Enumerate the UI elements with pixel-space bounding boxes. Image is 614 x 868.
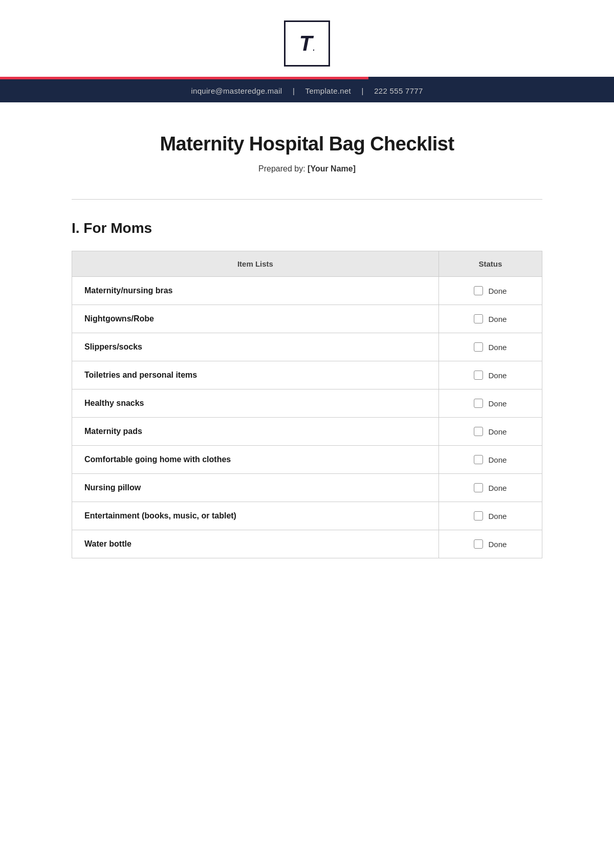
checkbox-icon[interactable] [474, 342, 483, 352]
item-cell: Comfortable going home with clothes [72, 446, 439, 474]
table-row: Nightgowns/RobeDone [72, 305, 542, 333]
checkbox-icon[interactable] [474, 427, 483, 436]
info-phone: 222 555 7777 [374, 86, 423, 95]
status-text: Done [488, 343, 507, 352]
info-bar: inquire@masteredge.mail | Template.net |… [0, 79, 614, 102]
logo-section: T. [0, 0, 614, 77]
info-separator-2: | [362, 86, 364, 95]
item-name: Water bottle [84, 539, 131, 548]
checklist-table: Item Lists Status Maternity/nursing bras… [72, 251, 542, 558]
item-name: Nightgowns/Robe [84, 314, 154, 323]
checkbox-icon[interactable] [474, 399, 483, 408]
section-divider [72, 199, 542, 200]
table-row: Nursing pillowDone [72, 474, 542, 502]
status-cell: Done [438, 361, 542, 389]
item-cell: Nursing pillow [72, 474, 439, 502]
main-content: Maternity Hospital Bag Checklist Prepare… [0, 102, 614, 868]
item-cell: Maternity pads [72, 418, 439, 446]
status-cell: Done [438, 277, 542, 305]
table-row: Maternity padsDone [72, 418, 542, 446]
col-header-status: Status [438, 251, 542, 277]
document-title: Maternity Hospital Bag Checklist [72, 133, 542, 155]
table-row: Water bottleDone [72, 530, 542, 558]
status-text: Done [488, 287, 507, 295]
status-text: Done [488, 399, 507, 408]
status-cell: Done [438, 446, 542, 474]
status-text: Done [488, 540, 507, 549]
table-body: Maternity/nursing brasDoneNightgowns/Rob… [72, 277, 542, 558]
logo-letter: T. [299, 33, 315, 54]
item-cell: Toiletries and personal items [72, 361, 439, 389]
status-text: Done [488, 371, 507, 380]
item-cell: Entertainment (books, music, or tablet) [72, 502, 439, 530]
status-cell: Done [438, 305, 542, 333]
item-cell: Nightgowns/Robe [72, 305, 439, 333]
checkbox-icon[interactable] [474, 314, 483, 323]
page: T. inquire@masteredge.mail | Template.ne… [0, 0, 614, 868]
info-brand: Template.net [305, 86, 351, 95]
status-cell: Done [438, 333, 542, 361]
table-row: Comfortable going home with clothesDone [72, 446, 542, 474]
section-title-for-moms: I. For Moms [72, 220, 542, 236]
item-name: Nursing pillow [84, 483, 141, 492]
table-row: Slippers/socksDone [72, 333, 542, 361]
info-email: inquire@masteredge.mail [191, 86, 282, 95]
status-cell: Done [438, 389, 542, 418]
checkbox-icon[interactable] [474, 511, 483, 520]
item-name: Comfortable going home with clothes [84, 455, 231, 464]
table-row: Healthy snacksDone [72, 389, 542, 418]
prepared-label: Prepared by: [258, 164, 305, 173]
logo-box: T. [284, 20, 330, 67]
prepared-name: [Your Name] [308, 164, 356, 173]
item-cell: Healthy snacks [72, 389, 439, 418]
item-cell: Water bottle [72, 530, 439, 558]
item-name: Maternity/nursing bras [84, 286, 172, 295]
checkbox-icon[interactable] [474, 286, 483, 295]
prepared-by: Prepared by: [Your Name] [72, 164, 542, 173]
status-text: Done [488, 484, 507, 492]
status-cell: Done [438, 530, 542, 558]
status-cell: Done [438, 474, 542, 502]
logo-dot: . [313, 44, 315, 52]
status-cell: Done [438, 502, 542, 530]
checkbox-icon[interactable] [474, 539, 483, 549]
item-name: Healthy snacks [84, 399, 144, 407]
checkbox-icon[interactable] [474, 371, 483, 380]
table-row: Toiletries and personal itemsDone [72, 361, 542, 389]
item-cell: Slippers/socks [72, 333, 439, 361]
status-text: Done [488, 427, 507, 436]
status-cell: Done [438, 418, 542, 446]
item-cell: Maternity/nursing bras [72, 277, 439, 305]
table-header-row: Item Lists Status [72, 251, 542, 277]
item-name: Entertainment (books, music, or tablet) [84, 511, 236, 520]
status-text: Done [488, 512, 507, 520]
item-name: Slippers/socks [84, 342, 142, 351]
status-text: Done [488, 315, 507, 323]
checkbox-icon[interactable] [474, 483, 483, 492]
info-separator-1: | [293, 86, 295, 95]
item-name: Maternity pads [84, 427, 142, 436]
checkbox-icon[interactable] [474, 455, 483, 464]
table-row: Maternity/nursing brasDone [72, 277, 542, 305]
col-header-items: Item Lists [72, 251, 439, 277]
item-name: Toiletries and personal items [84, 371, 197, 379]
table-row: Entertainment (books, music, or tablet)D… [72, 502, 542, 530]
status-text: Done [488, 455, 507, 464]
